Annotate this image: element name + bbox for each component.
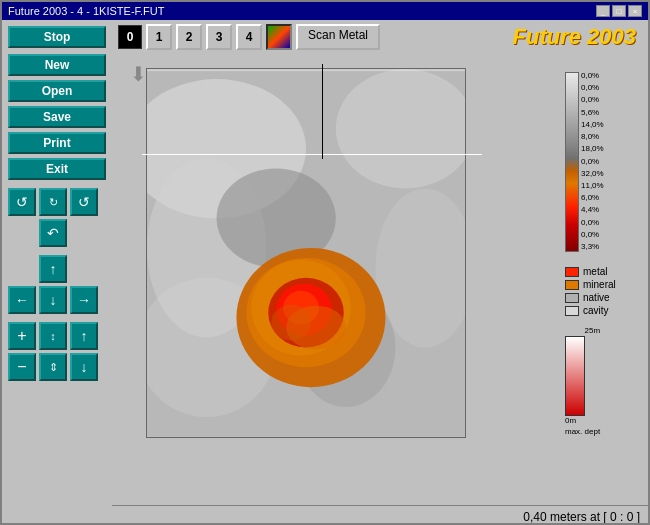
print-button[interactable]: Print — [8, 132, 106, 154]
pct-10: 6,0% — [581, 194, 604, 203]
zoom-down-button[interactable]: ↓ — [70, 353, 98, 381]
num-4-button[interactable]: 4 — [236, 24, 262, 50]
pct-2: 0,0% — [581, 96, 604, 105]
metal-label: metal — [583, 266, 607, 277]
maximize-button[interactable]: □ — [612, 5, 626, 17]
move-left-button[interactable]: ← — [8, 286, 36, 314]
move-up-button[interactable]: ↑ — [39, 255, 67, 283]
depth-bar — [565, 336, 585, 416]
pct-11: 4,4% — [581, 206, 604, 215]
pct-12: 0,0% — [581, 219, 604, 228]
move-down-button[interactable]: ↓ — [39, 286, 67, 314]
open-button[interactable]: Open — [8, 80, 106, 102]
app-title: Future 2003 — [513, 24, 637, 50]
zero-badge: 0 — [118, 25, 142, 49]
rotate-right-button[interactable]: ↺ — [70, 188, 98, 216]
percentage-scale: 0,0% 0,0% 0,0% 5,6% 14,0% 8,0% 18,0% 0,0… — [565, 72, 604, 252]
center-right: ⬇ — [112, 54, 648, 505]
pct-3: 5,6% — [581, 109, 604, 118]
pct-7: 0,0% — [581, 158, 604, 167]
left-panel: Stop New Open Save Print Exit ↺ ↻ ↺ ↶ ↑ … — [2, 20, 112, 525]
scan-canvas[interactable] — [146, 68, 466, 438]
scan-area[interactable]: ⬇ — [112, 54, 563, 505]
titlebar-controls: _ □ × — [596, 5, 642, 17]
color-bar — [565, 72, 579, 252]
cavity-color — [565, 306, 579, 316]
scan-h-line — [142, 154, 482, 155]
save-button[interactable]: Save — [8, 106, 106, 128]
native-color — [565, 293, 579, 303]
pct-1: 0,0% — [581, 84, 604, 93]
scan-v-line — [322, 64, 323, 159]
pct-6: 18,0% — [581, 145, 604, 154]
zoom-v-button[interactable]: ⇕ — [39, 353, 67, 381]
pct-8: 32,0% — [581, 170, 604, 179]
legend-panel: 0,0% 0,0% 0,0% 5,6% 14,0% 8,0% 18,0% 0,0… — [563, 54, 648, 505]
num-2-button[interactable]: 2 — [176, 24, 202, 50]
cavity-label: cavity — [583, 305, 609, 316]
titlebar-title: Future 2003 - 4 - 1KISTE-F.FUT — [8, 5, 165, 17]
depth-caption-label: max. dept — [565, 427, 600, 436]
rotate-left-button[interactable]: ↺ — [8, 188, 36, 216]
pct-4: 14,0% — [581, 121, 604, 130]
zoom-h-button[interactable]: ↕ — [39, 322, 67, 350]
stop-button[interactable]: Stop — [8, 26, 106, 48]
nav-grid-1: ↺ ↻ ↺ ↶ — [8, 188, 106, 247]
zoom-up-button[interactable]: ↑ — [70, 322, 98, 350]
rotate-ccw-button[interactable]: ↶ — [39, 219, 67, 247]
metal-legend-item: metal — [565, 266, 616, 277]
legend-items: metal mineral native cavity — [565, 266, 616, 318]
percentage-labels: 0,0% 0,0% 0,0% 5,6% 14,0% 8,0% 18,0% 0,0… — [579, 72, 604, 252]
pct-14: 3,3% — [581, 243, 604, 252]
zoom-grid: + ↕ ↑ − ⇕ ↓ — [8, 322, 106, 381]
svg-point-15 — [271, 305, 311, 341]
top-toolbar: 0 1 2 3 4 Scan Metal Future 2003 — [112, 20, 648, 54]
depth-0m-label: 0m — [565, 416, 576, 425]
mineral-label: mineral — [583, 279, 616, 290]
close-button[interactable]: × — [628, 5, 642, 17]
num-1-button[interactable]: 1 — [146, 24, 172, 50]
mineral-legend-item: mineral — [565, 279, 616, 290]
depth-25m-label: 25m — [585, 326, 601, 335]
zoom-minus-button[interactable]: − — [8, 353, 36, 381]
metal-color — [565, 267, 579, 277]
mineral-color — [565, 280, 579, 290]
cavity-legend-item: cavity — [565, 305, 616, 316]
status-text: 0,40 meters at [ 0 : 0 ] — [523, 510, 640, 524]
pct-9: 11,0% — [581, 182, 604, 191]
nav-grid-2: ↑ ← ↓ → — [8, 255, 106, 314]
right-section: 0 1 2 3 4 Scan Metal Future 2003 ⬇ — [112, 20, 648, 525]
status-bar: 0,40 meters at [ 0 : 0 ] — [112, 505, 648, 525]
new-button[interactable]: New — [8, 54, 106, 76]
move-right-button[interactable]: → — [70, 286, 98, 314]
exit-button[interactable]: Exit — [8, 158, 106, 180]
scan-visualization — [147, 69, 465, 437]
pct-5: 8,0% — [581, 133, 604, 142]
depth-scale: 25m 0m max. dept — [565, 326, 600, 436]
depth-bar-container — [565, 336, 585, 416]
rotate-up-button[interactable]: ↻ — [39, 188, 67, 216]
native-legend-item: native — [565, 292, 616, 303]
main-area: Stop New Open Save Print Exit ↺ ↻ ↺ ↶ ↑ … — [2, 20, 648, 525]
titlebar: Future 2003 - 4 - 1KISTE-F.FUT _ □ × — [2, 2, 648, 20]
pct-0: 0,0% — [581, 72, 604, 81]
svg-rect-16 — [147, 69, 465, 71]
scan-metal-button[interactable]: Scan Metal — [296, 24, 380, 50]
minimize-button[interactable]: _ — [596, 5, 610, 17]
num-3-button[interactable]: 3 — [206, 24, 232, 50]
zoom-plus-button[interactable]: + — [8, 322, 36, 350]
pct-13: 0,0% — [581, 231, 604, 240]
native-label: native — [583, 292, 610, 303]
arrow-indicator: ⬇ — [130, 62, 147, 86]
color-indicator — [266, 24, 292, 50]
